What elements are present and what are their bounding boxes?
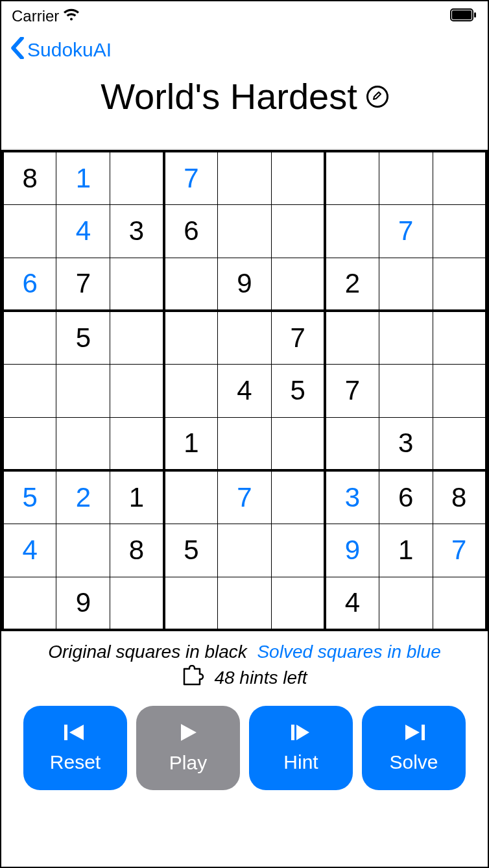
cell-7-6[interactable]: 9 — [325, 524, 379, 577]
cell-1-5[interactable] — [271, 204, 325, 258]
cell-1-6[interactable] — [325, 204, 379, 258]
cell-0-2[interactable] — [110, 151, 164, 204]
cell-3-2[interactable] — [110, 311, 164, 364]
nav-bar: SudokuAI — [1, 27, 488, 66]
cell-4-6[interactable]: 7 — [325, 364, 379, 417]
skip-back-icon — [64, 723, 86, 746]
cell-7-5[interactable] — [271, 524, 325, 577]
cell-3-6[interactable] — [325, 311, 379, 364]
sudoku-board: 817436767925745713521736848591794 — [1, 150, 488, 631]
wifi-icon — [63, 7, 80, 25]
cell-7-4[interactable] — [218, 524, 272, 577]
cell-5-7[interactable]: 3 — [379, 417, 433, 470]
cell-6-1[interactable]: 2 — [56, 470, 110, 524]
cell-0-6[interactable] — [325, 151, 379, 204]
cell-2-0[interactable]: 6 — [3, 258, 56, 311]
cell-6-3[interactable] — [164, 470, 218, 524]
cell-3-8[interactable] — [433, 311, 486, 364]
cell-8-1[interactable]: 9 — [56, 577, 110, 630]
cell-8-4[interactable] — [218, 577, 272, 630]
cell-3-7[interactable] — [379, 311, 433, 364]
cell-5-5[interactable] — [271, 417, 325, 470]
cell-1-1[interactable]: 4 — [56, 204, 110, 258]
cell-4-4[interactable]: 4 — [218, 364, 272, 417]
cell-8-3[interactable] — [164, 577, 218, 630]
chevron-left-icon — [10, 37, 25, 64]
battery-icon — [450, 7, 477, 25]
cell-5-4[interactable] — [218, 417, 272, 470]
cell-5-6[interactable] — [325, 417, 379, 470]
reset-button[interactable]: Reset — [23, 706, 127, 790]
cell-1-7[interactable]: 7 — [379, 204, 433, 258]
cell-7-0[interactable]: 4 — [3, 524, 56, 577]
cell-2-5[interactable] — [271, 258, 325, 311]
cell-7-8[interactable]: 7 — [433, 524, 486, 577]
cell-5-1[interactable] — [56, 417, 110, 470]
cell-8-0[interactable] — [3, 577, 56, 630]
cell-1-8[interactable] — [433, 204, 486, 258]
cell-6-0[interactable]: 5 — [3, 470, 56, 524]
cell-8-5[interactable] — [271, 577, 325, 630]
cell-5-3[interactable]: 1 — [164, 417, 218, 470]
cell-2-3[interactable] — [164, 258, 218, 311]
cell-8-7[interactable] — [379, 577, 433, 630]
cell-2-6[interactable]: 2 — [325, 258, 379, 311]
cell-6-5[interactable] — [271, 470, 325, 524]
cell-7-7[interactable]: 1 — [379, 524, 433, 577]
action-buttons: Reset Play Hint Solve — [1, 690, 488, 790]
cell-1-2[interactable]: 3 — [110, 204, 164, 258]
cell-3-5[interactable]: 7 — [271, 311, 325, 364]
cell-8-2[interactable] — [110, 577, 164, 630]
cell-0-1[interactable]: 1 — [56, 151, 110, 204]
cell-4-7[interactable] — [379, 364, 433, 417]
cell-3-4[interactable] — [218, 311, 272, 364]
cell-6-2[interactable]: 1 — [110, 470, 164, 524]
cell-2-1[interactable]: 7 — [56, 258, 110, 311]
skip-forward-icon — [403, 723, 425, 746]
cell-2-4[interactable]: 9 — [218, 258, 272, 311]
cell-2-8[interactable] — [433, 258, 486, 311]
play-button[interactable]: Play — [136, 706, 240, 790]
cell-4-1[interactable] — [56, 364, 110, 417]
cell-4-8[interactable] — [433, 364, 486, 417]
cell-2-7[interactable] — [379, 258, 433, 311]
cell-2-2[interactable] — [110, 258, 164, 311]
cell-0-7[interactable] — [379, 151, 433, 204]
cell-1-4[interactable] — [218, 204, 272, 258]
cell-6-6[interactable]: 3 — [325, 470, 379, 524]
back-button[interactable]: SudokuAI — [10, 37, 112, 64]
cell-7-1[interactable] — [56, 524, 110, 577]
edit-title-button[interactable] — [366, 86, 388, 108]
cell-5-0[interactable] — [3, 417, 56, 470]
cell-5-2[interactable] — [110, 417, 164, 470]
cell-4-3[interactable] — [164, 364, 218, 417]
solve-button[interactable]: Solve — [362, 706, 466, 790]
cell-6-8[interactable]: 8 — [433, 470, 486, 524]
cell-1-0[interactable] — [3, 204, 56, 258]
cell-7-2[interactable]: 8 — [110, 524, 164, 577]
status-left: Carrier — [12, 7, 80, 25]
cell-3-1[interactable]: 5 — [56, 311, 110, 364]
cell-0-8[interactable] — [433, 151, 486, 204]
cell-4-5[interactable]: 5 — [271, 364, 325, 417]
cell-3-0[interactable] — [3, 311, 56, 364]
cell-5-8[interactable] — [433, 417, 486, 470]
cell-8-8[interactable] — [433, 577, 486, 630]
cell-4-0[interactable] — [3, 364, 56, 417]
title-row: World's Hardest — [1, 66, 488, 149]
cell-3-3[interactable] — [164, 311, 218, 364]
cell-6-4[interactable]: 7 — [218, 470, 272, 524]
cell-0-0[interactable]: 8 — [3, 151, 56, 204]
cell-6-7[interactable]: 6 — [379, 470, 433, 524]
cell-0-3[interactable]: 7 — [164, 151, 218, 204]
hint-button[interactable]: Hint — [249, 706, 353, 790]
cell-7-3[interactable]: 5 — [164, 524, 218, 577]
legend-solved: Solved squares in blue — [257, 642, 440, 662]
reset-label: Reset — [50, 751, 101, 773]
carrier-label: Carrier — [12, 7, 59, 25]
cell-1-3[interactable]: 6 — [164, 204, 218, 258]
cell-0-5[interactable] — [271, 151, 325, 204]
cell-8-6[interactable]: 4 — [325, 577, 379, 630]
cell-0-4[interactable] — [218, 151, 272, 204]
cell-4-2[interactable] — [110, 364, 164, 417]
